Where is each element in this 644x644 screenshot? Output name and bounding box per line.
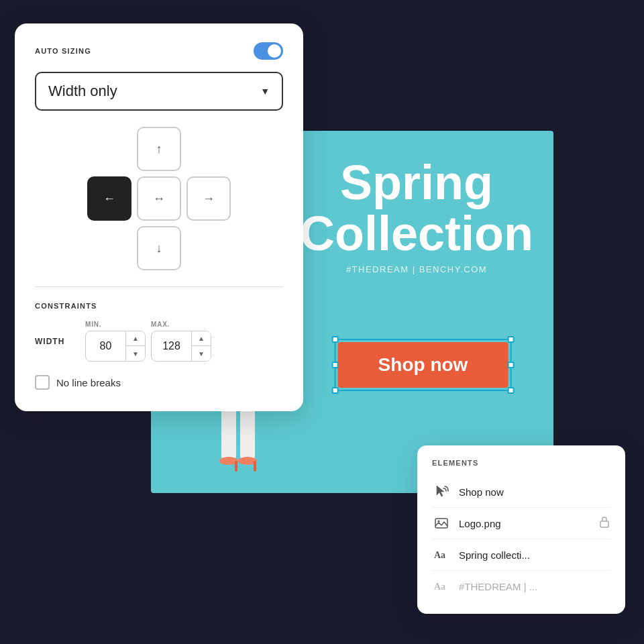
element-item-shop-now[interactable]: Shop now	[432, 476, 610, 507]
min-col: MIN. 80 ▲ ▼	[85, 321, 146, 362]
element-name-shop-now: Shop now	[459, 486, 610, 498]
no-line-breaks-row: No line breaks	[35, 375, 283, 390]
svg-text:Aa: Aa	[434, 582, 445, 592]
lock-icon	[598, 516, 610, 531]
divider	[35, 286, 283, 287]
banner-subtitle: #THEDREAM | BENCHY.COM	[300, 264, 533, 274]
handle-mid-left[interactable]	[332, 362, 339, 368]
handle-mid-right[interactable]	[507, 362, 514, 368]
min-arrows: ▲ ▼	[125, 331, 145, 361]
align-horizontal-button[interactable]: ↔	[137, 176, 181, 221]
handle-bottom-left[interactable]	[332, 387, 339, 394]
max-down-arrow[interactable]: ▼	[192, 346, 211, 361]
element-item-spring[interactable]: Aa Spring collecti...	[432, 539, 610, 570]
width-label: WIDTH	[35, 337, 72, 346]
handle-top-left[interactable]	[332, 336, 339, 343]
auto-sizing-label: AUTO SIZING	[35, 47, 91, 55]
banner-text-area: SpringCollection #THEDREAM | BENCHY.COM	[300, 158, 533, 274]
min-width-spinner[interactable]: 80 ▲ ▼	[85, 331, 146, 362]
element-name-logo: Logo.png	[459, 518, 590, 529]
elements-panel: ELEMENTS Shop now Logo.png	[417, 445, 625, 614]
panel-header: AUTO SIZING	[35, 42, 283, 60]
min-max-inputs: MIN. 80 ▲ ▼ MAX. 128 ▲ ▼	[85, 321, 211, 362]
align-row-middle: ← ↔ →	[87, 176, 231, 221]
dropdown-value: Width only	[48, 83, 117, 100]
banner-title: SpringCollection	[300, 158, 533, 259]
element-item-logo[interactable]: Logo.png	[432, 507, 610, 539]
align-left-button[interactable]: ←	[87, 176, 131, 221]
align-row-bottom: ↓	[137, 226, 181, 270]
max-value[interactable]: 128	[152, 335, 191, 358]
min-label: MIN.	[85, 321, 146, 328]
image-icon	[432, 514, 451, 533]
handle-bottom-right[interactable]	[507, 387, 514, 394]
text-aa-icon: Aa	[432, 545, 451, 564]
align-row-top: ↑	[137, 127, 181, 171]
svg-rect-12	[600, 521, 608, 527]
shop-now-wrapper: Shop now	[335, 339, 512, 391]
svg-text:Aa: Aa	[434, 550, 445, 560]
svg-rect-9	[254, 461, 256, 472]
align-right-button[interactable]: →	[186, 176, 231, 221]
min-down-arrow[interactable]: ▼	[126, 346, 145, 361]
svg-point-11	[438, 521, 440, 523]
max-col: MAX. 128 ▲ ▼	[151, 321, 211, 362]
no-line-breaks-label: No line breaks	[56, 377, 121, 388]
svg-rect-4	[221, 406, 236, 460]
shop-now-button[interactable]: Shop now	[338, 342, 508, 388]
cursor-icon	[432, 482, 451, 501]
element-name-spring: Spring collecti...	[459, 549, 610, 561]
chevron-down-icon: ▼	[260, 86, 270, 97]
constraints-label: CONSTRAINTS	[35, 302, 283, 310]
shop-now-selection-box: Shop now	[335, 339, 512, 391]
element-item-thedream[interactable]: Aa #THEDREAM | ...	[432, 570, 610, 602]
min-value[interactable]: 80	[86, 335, 125, 358]
svg-rect-8	[235, 461, 237, 472]
align-top-button[interactable]: ↑	[137, 127, 181, 171]
no-line-breaks-checkbox[interactable]	[35, 375, 50, 390]
width-dropdown[interactable]: Width only ▼	[35, 72, 283, 111]
svg-rect-5	[240, 406, 255, 460]
align-bottom-button[interactable]: ↓	[137, 226, 181, 270]
constraints-row: WIDTH MIN. 80 ▲ ▼ MAX. 128	[35, 321, 283, 362]
auto-sizing-panel: AUTO SIZING Width only ▼ ↑ ← ↔ → ↓ CONST…	[15, 23, 303, 411]
element-name-thedream: #THEDREAM | ...	[459, 581, 610, 592]
elements-title: ELEMENTS	[432, 459, 610, 467]
auto-sizing-toggle[interactable]	[254, 42, 283, 60]
text-aa-muted-icon: Aa	[432, 577, 451, 596]
max-arrows: ▲ ▼	[191, 331, 211, 361]
max-width-spinner[interactable]: 128 ▲ ▼	[151, 331, 211, 362]
max-up-arrow[interactable]: ▲	[192, 331, 211, 346]
alignment-grid: ↑ ← ↔ → ↓	[35, 127, 283, 270]
handle-top-right[interactable]	[507, 336, 514, 343]
min-up-arrow[interactable]: ▲	[126, 331, 145, 346]
max-label: MAX.	[151, 321, 211, 328]
